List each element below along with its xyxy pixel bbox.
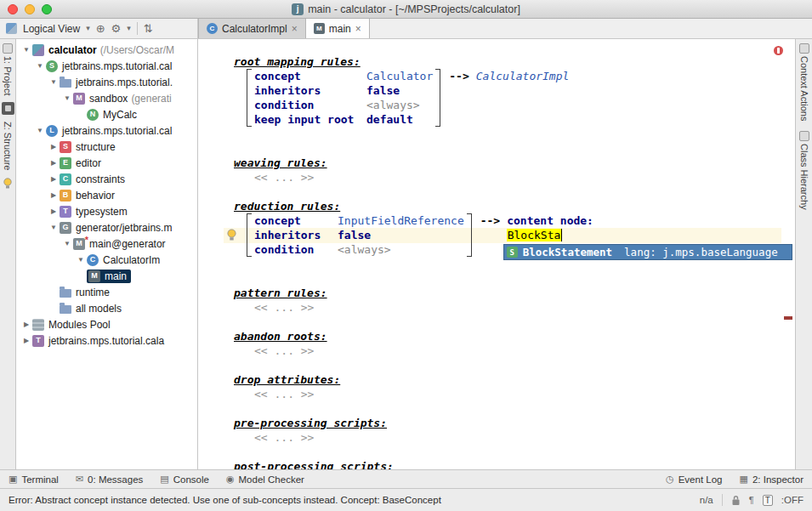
error-indicator-icon[interactable] xyxy=(774,46,783,55)
structure-tool-button[interactable]: Z: Structure xyxy=(3,122,13,170)
scroll-to-source-icon[interactable]: ⇅ xyxy=(144,23,153,34)
expand-arrow-icon[interactable]: ▼ xyxy=(75,256,87,264)
markup-icon[interactable]: ¶ xyxy=(749,496,754,505)
empty-placeholder[interactable]: << ... >> xyxy=(254,170,781,185)
traffic-lights xyxy=(8,4,52,14)
console-button[interactable]: ▤ Console xyxy=(160,474,209,485)
collapse-arrow-icon[interactable]: ▶ xyxy=(48,159,60,167)
messages-button[interactable]: ✉ 0: Messages xyxy=(76,474,143,485)
collapse-arrow-icon[interactable]: ▶ xyxy=(48,143,60,150)
error-stripe-mark[interactable] xyxy=(784,316,792,320)
collapse-arrow-icon[interactable]: ▶ xyxy=(48,191,60,199)
tree-item-solution[interactable]: ▼ S jetbrains.mps.tutorial.cal xyxy=(16,58,197,74)
editor-pane[interactable]: root mapping rules: conceptCalculator in… xyxy=(198,39,795,469)
expand-arrow-icon[interactable]: ▼ xyxy=(34,127,46,134)
expand-arrow-icon[interactable]: ▼ xyxy=(61,94,73,102)
collapse-arrow-icon[interactable]: ▶ xyxy=(48,175,60,183)
tree-item-editor[interactable]: ▶ E editor xyxy=(16,155,197,171)
section-pattern-rules[interactable]: pattern rules: xyxy=(234,286,781,300)
rule-value[interactable]: default xyxy=(366,112,413,127)
tree-item-constraints[interactable]: ▶ C constraints xyxy=(16,171,197,187)
collapse-arrow-icon[interactable]: ▶ xyxy=(20,337,32,344)
tree-item-calculator[interactable]: ▼ calculator (/Users/Oscar/M xyxy=(16,42,197,58)
completion-typed-text[interactable]: BlockSta xyxy=(507,229,563,241)
rule-value[interactable]: false xyxy=(338,228,371,242)
language-icon: L xyxy=(46,125,58,137)
model-checker-button[interactable]: ◉ Model Checker xyxy=(226,474,304,485)
tab-calculatorimpl[interactable]: C CalculatorImpl × xyxy=(198,19,306,38)
expand-arrow-icon[interactable]: ▼ xyxy=(48,224,60,231)
project-tool-icon[interactable] xyxy=(3,43,13,54)
minimize-window-button[interactable] xyxy=(25,4,35,14)
context-actions-button[interactable]: Context Actions xyxy=(799,56,809,121)
empty-placeholder[interactable]: << ... >> xyxy=(254,344,781,358)
rule-value[interactable]: <always> xyxy=(338,242,391,257)
completion-item-name[interactable]: BlockStatement xyxy=(523,246,612,258)
tree-item-all-models[interactable]: all models xyxy=(16,300,197,316)
zoom-window-button[interactable] xyxy=(42,4,52,14)
completion-popup[interactable]: S BlockStatement lang: j.mps.baseLanguag… xyxy=(503,244,792,260)
navigate-icon[interactable]: ⊕ xyxy=(96,23,105,34)
typing-assist-state: :OFF xyxy=(781,495,803,505)
tree-item-sandbox[interactable]: ▼ M sandbox (generati xyxy=(16,90,197,106)
tree-item-tutorial-lang[interactable]: ▶ T jetbrains.mps.tutorial.cala xyxy=(16,332,197,349)
expand-arrow-icon[interactable]: ▼ xyxy=(34,62,46,70)
tree-item-structure[interactable]: ▶ S structure xyxy=(16,139,197,155)
section-pre-processing[interactable]: pre-processing scripts: xyxy=(234,416,781,430)
rule-value[interactable]: Calculator xyxy=(366,69,433,83)
inspector-button[interactable]: ▦ 2: Inspector xyxy=(740,474,804,485)
tree-item-language[interactable]: ▼ L jetbrains.mps.tutorial.cal xyxy=(16,122,197,139)
collapse-arrow-icon[interactable]: ▶ xyxy=(48,207,60,215)
tree-item-main-selected[interactable]: M main xyxy=(16,268,197,284)
section-abandon-roots[interactable]: abandon roots: xyxy=(234,329,781,344)
rule-target[interactable]: content node: xyxy=(507,214,593,227)
gear-icon[interactable]: ⚙ xyxy=(111,23,122,34)
empty-placeholder[interactable]: << ... >> xyxy=(254,300,781,315)
close-window-button[interactable] xyxy=(8,4,18,14)
tree-item-namespace[interactable]: ▼ jetbrains.mps.tutorial. xyxy=(16,74,197,90)
tree-item-behavior[interactable]: ▶ B behavior xyxy=(16,187,197,203)
tree-item-main-generator[interactable]: ▼ M main@generator xyxy=(16,236,197,252)
class-hierarchy-icon[interactable] xyxy=(799,131,809,141)
expand-arrow-icon[interactable]: ▼ xyxy=(20,46,32,54)
reduction-rule[interactable]: conceptInputFieldReference inheritorsfal… xyxy=(247,213,781,257)
tree-item-typesystem[interactable]: ▶ T typesystem xyxy=(16,203,197,219)
rule-value[interactable]: <always> xyxy=(366,98,420,112)
empty-placeholder[interactable]: << ... >> xyxy=(254,387,781,401)
tree-item-mycalc[interactable]: N MyCalc xyxy=(16,106,197,122)
tab-main[interactable]: M main × xyxy=(306,19,370,38)
intention-bulb-icon[interactable] xyxy=(226,229,237,244)
expand-arrow-icon[interactable]: ▼ xyxy=(61,240,73,247)
view-selector[interactable]: Logical View xyxy=(23,23,80,35)
rule-value[interactable]: InputFieldReference xyxy=(338,213,464,228)
project-tool-button[interactable]: 1: Project xyxy=(3,56,13,95)
gear-chevron-icon[interactable]: ▾ xyxy=(127,25,131,32)
terminal-button[interactable]: ▣ Terminal xyxy=(9,474,59,485)
lock-icon[interactable] xyxy=(731,495,741,506)
section-weaving-rules[interactable]: weaving rules: xyxy=(234,156,781,170)
tab-label: CalculatorImpl xyxy=(222,23,287,35)
rule-value[interactable]: false xyxy=(366,83,400,98)
rule-target[interactable]: CalculatorImpl xyxy=(476,70,570,82)
tree-item-modules-pool[interactable]: ▶ Modules Pool xyxy=(16,316,197,332)
tree-item-runtime[interactable]: runtime xyxy=(16,284,197,300)
expand-arrow-icon[interactable]: ▼ xyxy=(48,78,60,86)
class-hierarchy-button[interactable]: Class Hierarchy xyxy=(799,144,809,210)
close-tab-icon[interactable]: × xyxy=(292,24,298,34)
tree-item-generator[interactable]: ▼ G generator/jetbrains.m xyxy=(16,219,197,236)
collapse-arrow-icon[interactable]: ▶ xyxy=(20,321,32,328)
close-tab-icon[interactable]: × xyxy=(355,24,361,34)
typing-assist-badge[interactable]: T xyxy=(763,495,773,506)
root-mapping-rule[interactable]: conceptCalculator inheritorsfalse condit… xyxy=(247,69,781,127)
context-actions-icon[interactable] xyxy=(799,43,809,54)
section-reduction-rules[interactable]: reduction rules: xyxy=(234,199,781,213)
active-tool-button[interactable] xyxy=(2,102,14,115)
section-drop-attributes[interactable]: drop attributes: xyxy=(234,372,781,387)
tree-item-label: jetbrains.mps.tutorial.cal xyxy=(62,60,172,72)
tree-item-calculatorimpl[interactable]: ▼ C CalculatorIm xyxy=(16,252,197,268)
empty-placeholder[interactable]: << ... >> xyxy=(254,430,781,445)
section-post-processing[interactable]: post-processing scripts: xyxy=(234,459,781,469)
section-root-mapping-rules[interactable]: root mapping rules: xyxy=(234,54,781,69)
chevron-down-icon[interactable]: ▾ xyxy=(86,25,90,32)
event-log-button[interactable]: ◷ Event Log xyxy=(666,474,722,485)
